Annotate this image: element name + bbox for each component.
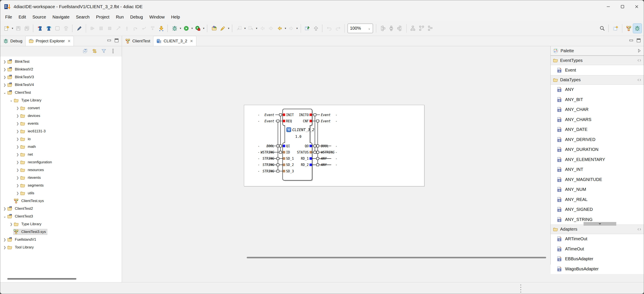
fb-name[interactable]: CLIENT_3_2 (292, 128, 314, 132)
palette-item-any_magnitude[interactable]: DTANY_MAGNITUDE (551, 175, 644, 185)
tree-item-fuellstandv1[interactable]: ❯4FuellstandV1 (0, 236, 122, 244)
palette-item-any_derived[interactable]: DTANY_DERIVED (551, 135, 644, 145)
tree-item-events[interactable]: ❯events (0, 120, 122, 127)
tree-item-clienttest3-sys[interactable]: ClientTest3.sys (0, 228, 122, 236)
debug-button[interactable] (170, 24, 179, 33)
fb-diagram-paper[interactable]: INITEvent-REQEvent-INITOEvent-CNFEvent-Q… (244, 105, 424, 186)
run-dropdown[interactable]: ▾ (190, 24, 194, 33)
export-button[interactable] (246, 24, 255, 33)
forward-hollow-dropdown[interactable]: ▾ (296, 24, 298, 33)
direct-edit-pen-button[interactable] (75, 24, 84, 33)
function-block-diagram[interactable]: INITEvent-REQEvent-INITOEvent-CNFEvent-Q… (244, 105, 424, 186)
connection-handle[interactable] (314, 114, 316, 116)
palette-item-event[interactable]: DTEvent (551, 65, 644, 75)
menu-debug[interactable]: Debug (127, 13, 146, 21)
tree-expander-icon[interactable]: ⌄ (2, 91, 7, 95)
new-app-ghost-button[interactable] (53, 24, 62, 33)
pin-CNF[interactable] (310, 120, 312, 122)
tree-expander-icon[interactable]: ❯ (2, 207, 7, 211)
editor-hscrollbar[interactable] (247, 257, 546, 258)
pin-value-RD_2[interactable]: - (335, 163, 337, 167)
pin-ID[interactable] (283, 151, 285, 153)
palette-item-any_chars[interactable]: DTANY_CHARS (551, 115, 644, 125)
tree-item-blinktestv4[interactable]: ❯4BlinkTestV4 (0, 81, 122, 89)
link-with-editor-button[interactable] (92, 48, 97, 55)
pin-value-INITO[interactable]: - (335, 113, 337, 117)
palette-item-any[interactable]: DTANY (551, 85, 644, 95)
navigate-up-button[interactable] (312, 24, 320, 33)
disconnect-button[interactable] (114, 24, 122, 33)
palette-collapse-icon[interactable] (636, 48, 642, 53)
run-button[interactable] (182, 24, 190, 33)
pin-value-ID[interactable]: - (258, 150, 260, 154)
pin-value-STATUS[interactable]: - (335, 150, 337, 154)
tree-item-blinktestv3[interactable]: ❯4BlinkTestV3 (0, 73, 122, 81)
new-wizard-dropdown[interactable]: ▾ (11, 24, 14, 33)
project-explorer-hscrollbar[interactable] (7, 278, 76, 280)
tree-item-clienttest2[interactable]: ❯4ClientTest2 (0, 205, 122, 213)
debug-dropdown[interactable]: ▾ (179, 24, 182, 33)
menu-help[interactable]: Help (168, 13, 183, 21)
connection-handle[interactable] (280, 114, 282, 116)
forward-hollow-button[interactable] (287, 24, 296, 33)
tree-expander-icon[interactable]: ❯ (15, 106, 20, 110)
tree-item-convert[interactable]: ❯convert (0, 104, 122, 112)
tree-expander-icon[interactable]: ❯ (15, 160, 20, 164)
tree-item-clienttest-sys[interactable]: ClientTest.sys (0, 197, 122, 205)
tree-item-resources[interactable]: ❯resources (0, 166, 122, 174)
zoom-level-combo[interactable]: 100%⌄ (348, 24, 373, 33)
debug-perspective-button[interactable] (633, 24, 642, 33)
pin-value-SD_3[interactable]: - (258, 169, 260, 173)
close-button[interactable] (630, 0, 644, 13)
tree-item-type-library[interactable]: ❯Type Library (0, 220, 122, 228)
collapse-all-button[interactable] (82, 48, 88, 55)
align-left-button[interactable] (378, 24, 387, 33)
tree-item-clienttest[interactable]: ⌄4ClientTest (0, 89, 122, 96)
back-gold-dropdown[interactable]: ▾ (284, 24, 287, 33)
tree-item-utils[interactable]: ❯utils (0, 189, 122, 197)
new-fb-type-button[interactable] (36, 24, 44, 33)
pin-value-INIT[interactable]: - (258, 113, 260, 117)
pin-icon[interactable] (637, 227, 642, 232)
tree-item-devices[interactable]: ❯devices (0, 112, 122, 120)
pin-editor-button[interactable] (303, 24, 312, 33)
tree-expander-icon[interactable]: ❯ (15, 153, 20, 156)
tree-expander-icon[interactable]: ❯ (9, 222, 14, 226)
pin-value-CNF[interactable]: - (335, 119, 337, 123)
tree-expander-icon[interactable]: ❯ (15, 145, 20, 149)
view-tab-project-explorer[interactable]: Project Explorer✕ (26, 36, 74, 46)
pin-value-QI[interactable]: - (258, 144, 260, 148)
back-gold-button[interactable] (275, 24, 284, 33)
tree-expander-icon[interactable]: ❯ (15, 168, 20, 172)
connection-handle[interactable] (280, 151, 282, 153)
editor-tab-clienttest[interactable]: ClientTest (122, 36, 153, 46)
connection-handle[interactable] (316, 164, 319, 166)
view-menu-button[interactable] (110, 48, 116, 55)
close-icon[interactable]: ✕ (190, 39, 193, 43)
palette-section-eventtypes[interactable]: EventTypes (551, 56, 644, 65)
tree-expander-icon[interactable]: ❯ (2, 83, 7, 87)
resume-button[interactable] (88, 24, 97, 33)
palette-item-ebbusadapter[interactable]: DTEBBusAdapter (551, 254, 644, 264)
pin-SD_2[interactable] (283, 164, 285, 166)
tree-item-math[interactable]: ❯math (0, 143, 122, 151)
palette-section-adapters[interactable]: Adapters (551, 225, 644, 234)
pin-value-SD_1[interactable]: - (258, 157, 260, 161)
palette-item-any_bit[interactable]: DTANY_BIT (551, 95, 644, 105)
palette-section-datatypes[interactable]: DataTypes (551, 75, 644, 85)
suspend-button[interactable] (97, 24, 106, 33)
tree-expander-icon[interactable]: ⌄ (9, 98, 14, 102)
layout-graph-button[interactable] (426, 24, 434, 33)
status-bar-grip[interactable] (520, 285, 521, 293)
tree-item-blinktestv2[interactable]: ❯4BlinktestV2 (0, 65, 122, 73)
tree-item-iec61131-3[interactable]: ❯iec61131-3 (0, 127, 122, 135)
open-perspective-button[interactable] (611, 24, 620, 33)
step-return-button[interactable] (140, 24, 148, 33)
tree-expander-icon[interactable]: ❯ (2, 67, 7, 71)
tree-expander-icon[interactable]: ❯ (15, 137, 20, 141)
palette-item-atimeout[interactable]: DTATimeOut (551, 244, 644, 254)
export-dropdown[interactable]: ▾ (255, 24, 258, 33)
back-disabled-button[interactable] (258, 24, 267, 33)
palette-scroll-down-indicator[interactable] (584, 222, 616, 226)
pin-INITO[interactable] (310, 113, 312, 116)
